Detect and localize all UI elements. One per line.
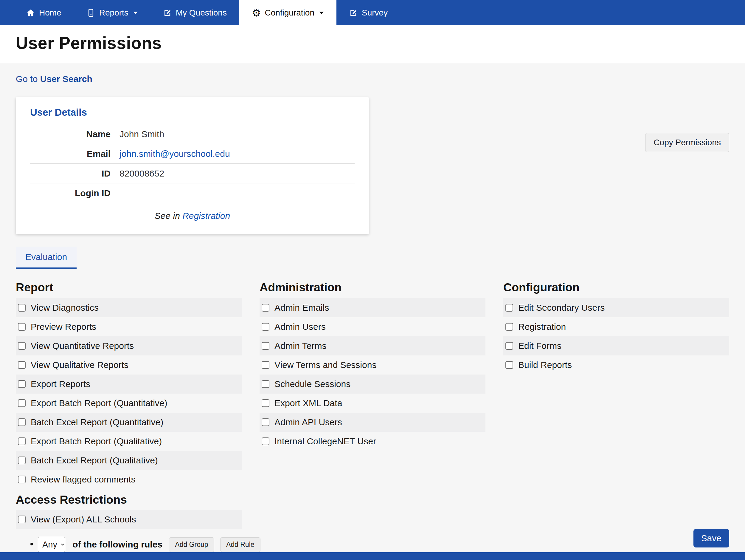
checkbox-review-flagged-comments[interactable] (18, 476, 26, 484)
main-content: User Permissions Go to User Search User … (0, 25, 745, 551)
email-link[interactable]: john.smith@yourschool.edu (120, 149, 230, 159)
perm-label: Admin API Users (274, 417, 342, 427)
perm-label: Edit Forms (518, 341, 561, 351)
copy-permissions-button[interactable]: Copy Permissions (645, 133, 729, 152)
perm-row-admin-users[interactable]: Admin Users (260, 317, 485, 336)
checkbox-view-terms-and-sessions[interactable] (262, 361, 269, 369)
checkbox-admin-users[interactable] (262, 323, 269, 331)
user-details-zone: User Details NameJohn SmithEmailjohn.smi… (16, 97, 729, 234)
permissions-panel: Go to User Search User Details NameJohn … (0, 63, 745, 552)
perm-label: Edit Secondary Users (518, 303, 605, 313)
user-details-table: NameJohn SmithEmailjohn.smith@yourschool… (30, 124, 355, 203)
checkbox-view-export-all-schools[interactable] (18, 516, 26, 523)
rules-text: of the following rules (72, 539, 162, 549)
checkbox-registration[interactable] (506, 323, 513, 331)
checkbox-view-quantitative-reports[interactable] (18, 342, 26, 350)
perm-row-export-reports[interactable]: Export Reports (16, 375, 242, 394)
add-group-button[interactable]: Add Group (169, 537, 214, 552)
checkbox-admin-emails[interactable] (262, 304, 269, 312)
detail-row-name: NameJohn Smith (30, 124, 355, 144)
perm-row-view-terms-and-sessions[interactable]: View Terms and Sessions (260, 355, 485, 375)
perm-row-edit-forms[interactable]: Edit Forms (503, 336, 729, 355)
perm-label: View Terms and Sessions (274, 360, 377, 370)
save-button[interactable]: Save (693, 529, 729, 548)
perm-row-view-diagnostics[interactable]: View Diagnostics (16, 298, 242, 317)
gear-icon: ⚙ (252, 8, 261, 18)
edit-icon (163, 8, 172, 17)
go-to-user-search: Go to User Search (16, 63, 729, 84)
perm-row-edit-secondary-users[interactable]: Edit Secondary Users (503, 298, 729, 317)
checkbox-batch-excel-report-qualitative[interactable] (18, 457, 26, 464)
nav-item-reports[interactable]: Reports (74, 0, 151, 25)
checkbox-edit-forms[interactable] (506, 342, 513, 350)
checkbox-edit-secondary-users[interactable] (506, 304, 513, 312)
top-navigation: HomeReportsMy Questions⚙ConfigurationSur… (0, 0, 745, 25)
checkbox-internal-collegenet-user[interactable] (262, 437, 269, 445)
perm-label: Export Reports (31, 379, 90, 389)
checkbox-build-reports[interactable] (506, 361, 513, 369)
perm-label: Registration (518, 322, 566, 332)
perm-row-internal-collegenet-user[interactable]: Internal CollegeNET User (260, 432, 485, 451)
perm-row-export-batch-report-quantitative[interactable]: Export Batch Report (Quantitative) (16, 394, 242, 413)
perm-label: Admin Terms (274, 341, 327, 351)
perm-list: Admin EmailsAdmin UsersAdmin TermsView T… (260, 298, 485, 451)
detail-label: Name (30, 129, 120, 139)
user-details-card: User Details NameJohn SmithEmailjohn.smi… (16, 97, 369, 234)
nav-item-label: Survey (362, 8, 388, 18)
tab-evaluation[interactable]: Evaluation (16, 247, 76, 269)
caret-down-icon (319, 12, 324, 17)
perm-group-administration: AdministrationAdmin EmailsAdmin UsersAdm… (260, 281, 485, 451)
checkbox-admin-api-users[interactable] (262, 418, 269, 426)
perm-row-admin-api-users[interactable]: Admin API Users (260, 413, 485, 432)
perm-row-view-export-all-schools[interactable]: View (Export) ALL Schools (16, 510, 242, 529)
checkbox-export-batch-report-qualitative[interactable] (18, 437, 26, 445)
add-rule-button[interactable]: Add Rule (220, 537, 260, 552)
detail-value: John Smith (120, 129, 164, 139)
nav-item-label: Configuration (265, 8, 314, 18)
perm-row-admin-terms[interactable]: Admin Terms (260, 336, 485, 355)
perm-row-schedule-sessions[interactable]: Schedule Sessions (260, 375, 485, 394)
perm-row-view-quantitative-reports[interactable]: View Quantitative Reports (16, 336, 242, 355)
checkbox-view-qualitative-reports[interactable] (18, 361, 26, 369)
nav-item-label: Home (39, 8, 61, 18)
nav-item-label: My Questions (176, 8, 227, 18)
checkbox-preview-reports[interactable] (18, 323, 26, 331)
perm-label: Batch Excel Report (Qualitative) (31, 455, 158, 465)
perm-row-export-xml-data[interactable]: Export XML Data (260, 394, 485, 413)
perm-row-build-reports[interactable]: Build Reports (503, 355, 729, 375)
checkbox-schedule-sessions[interactable] (262, 380, 269, 388)
detail-label: Email (30, 149, 120, 159)
user-details-title: User Details (30, 107, 355, 118)
perm-row-view-qualitative-reports[interactable]: View Qualitative Reports (16, 355, 242, 375)
perm-label: Export XML Data (274, 398, 342, 408)
perm-label: Internal CollegeNET User (274, 436, 376, 446)
perm-row-admin-emails[interactable]: Admin Emails (260, 298, 485, 317)
perm-label: Export Batch Report (Quantitative) (31, 398, 167, 408)
perm-list: Edit Secondary UsersRegistrationEdit For… (503, 298, 729, 375)
nav-item-my-questions[interactable]: My Questions (151, 0, 239, 25)
user-search-link[interactable]: User Search (40, 74, 92, 84)
checkbox-view-diagnostics[interactable] (18, 304, 26, 312)
see-in-text: See in (155, 211, 182, 221)
perm-row-review-flagged-comments[interactable]: Review flagged comments (16, 470, 242, 489)
checkbox-export-xml-data[interactable] (262, 399, 269, 407)
permission-columns: ReportView DiagnosticsPreview ReportsVie… (16, 281, 729, 489)
perm-label: View Qualitative Reports (31, 360, 128, 370)
perm-row-export-batch-report-qualitative[interactable]: Export Batch Report (Qualitative) (16, 432, 242, 451)
registration-link[interactable]: Registration (182, 211, 230, 221)
edit-icon (349, 8, 358, 17)
perm-row-preview-reports[interactable]: Preview Reports (16, 317, 242, 336)
checkbox-export-batch-report-quantitative[interactable] (18, 399, 26, 407)
perm-label: Build Reports (518, 360, 572, 370)
checkbox-export-reports[interactable] (18, 380, 26, 388)
checkbox-admin-terms[interactable] (262, 342, 269, 350)
perm-row-batch-excel-report-quantitative[interactable]: Batch Excel Report (Quantitative) (16, 413, 242, 432)
nav-item-home[interactable]: Home (14, 0, 74, 25)
perm-row-registration[interactable]: Registration (503, 317, 729, 336)
perm-label: View Quantitative Reports (31, 341, 134, 351)
checkbox-batch-excel-report-quantitative[interactable] (18, 418, 26, 426)
perm-row-batch-excel-report-qualitative[interactable]: Batch Excel Report (Qualitative) (16, 451, 242, 470)
nav-item-survey[interactable]: Survey (336, 0, 400, 25)
rule-match-select[interactable]: Any (38, 537, 65, 552)
nav-item-configuration[interactable]: ⚙Configuration (239, 0, 336, 25)
